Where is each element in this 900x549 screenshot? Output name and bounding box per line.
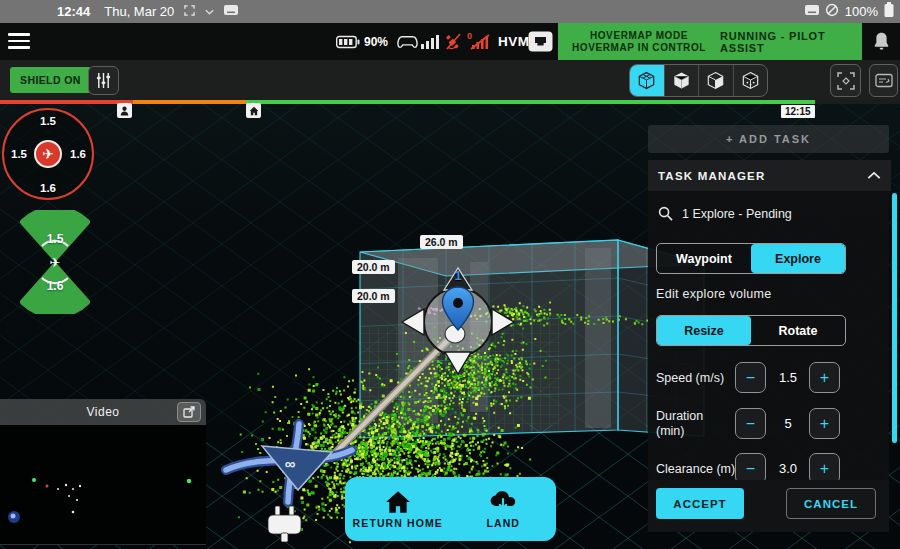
svg-text:∞: ∞ (285, 455, 296, 472)
speed-stepper: Speed (m/s) − 1.5 + (648, 361, 889, 395)
task-confirm-row: ACCEPT CANCEL (648, 480, 889, 532)
notifications-button[interactable] (862, 23, 900, 60)
vertical-clearance-indicator: ✈ (5, 210, 105, 314)
app-screen: 12:44 Thu, Mar 20 100% 90% (0, 0, 900, 549)
hovermap-mode-banner: HOVERMAP MODE HOVERMAP IN CONTROL RUNNIN… (558, 23, 862, 60)
duration-increment-button[interactable]: + (809, 408, 840, 439)
edit-volume-label: Edit explore volume (656, 287, 771, 301)
volume-height-label: 20.0 m (352, 260, 395, 274)
hvm-label: HVM (498, 34, 530, 49)
volume-edit-mode-tabs: Resize Rotate (656, 315, 846, 346)
proximity-back: 1.6 (40, 182, 56, 194)
tablet-battery-status: 90% (336, 23, 388, 60)
home-point-marker (268, 506, 301, 542)
android-status-icons: 100% (805, 0, 894, 23)
accept-button[interactable]: ACCEPT (656, 488, 744, 519)
do-not-disturb-icon (825, 3, 839, 20)
bell-icon (872, 31, 891, 52)
task-type-tabs: Waypoint Explore (656, 243, 846, 274)
video-panel: Video (0, 399, 206, 545)
keyboard-icon (224, 4, 238, 19)
shield-toggle-button[interactable]: SHIELD ON (10, 67, 91, 93)
gps-unavailable-icon: 0 (445, 23, 472, 60)
tablet-battery-percent: 90% (364, 35, 388, 49)
battery-percent: 100% (845, 4, 878, 19)
drone-vehicle-marker: ∞ (262, 446, 332, 490)
proximity-right: 1.6 (70, 148, 86, 160)
task-summary-row[interactable]: 1 Explore - Pending (658, 206, 792, 221)
run-state-text: RUNNING - PILOT ASSIST (720, 23, 862, 60)
view-mode-wireframe-button[interactable] (630, 65, 665, 96)
clock: 12:44 (57, 4, 90, 19)
battery-icon (884, 2, 894, 21)
video-feed[interactable] (0, 425, 206, 545)
timeline-segment-remaining (815, 100, 900, 104)
sliders-icon (95, 72, 112, 89)
view-mode-points-button[interactable] (734, 65, 768, 96)
status-console-button[interactable] (869, 64, 898, 97)
home-icon (249, 106, 259, 116)
land-button[interactable]: LAND (451, 477, 557, 541)
duration-decrement-button[interactable]: − (735, 408, 766, 439)
timeline-segment-autonomous (246, 100, 815, 104)
view-mode-solid-button[interactable] (665, 65, 700, 96)
battery-horizontal-icon (336, 35, 360, 49)
task-manager-panel: 1 Explore - Pending Waypoint Explore Edi… (648, 191, 889, 532)
speed-increment-button[interactable]: + (809, 362, 840, 393)
task-manager-header[interactable]: TASK MANAGER (648, 160, 891, 191)
view-mode-shaded-button[interactable] (699, 65, 734, 96)
keyboard-icon (805, 4, 819, 19)
app-top-bar: 90% 0 HVM HOVERMAP MODE HOVERMAP IN CONT (0, 23, 900, 60)
task-manager-title: TASK MANAGER (658, 170, 765, 182)
cube-points-icon (741, 71, 760, 90)
proximity-left: 1.5 (11, 148, 27, 160)
video-panel-header[interactable]: Video (0, 399, 206, 425)
cube-solid-icon (672, 71, 691, 90)
view-mode-group (629, 64, 768, 97)
tab-explore[interactable]: Explore (751, 244, 845, 273)
cancel-button[interactable]: CANCEL (786, 488, 876, 519)
home-icon (385, 490, 411, 514)
expand-icon (183, 406, 195, 418)
task-panel-scrollbar[interactable] (892, 193, 897, 443)
focus-target-icon (837, 72, 855, 90)
tab-waypoint[interactable]: Waypoint (657, 244, 751, 273)
add-task-button[interactable]: + ADD TASK (648, 125, 889, 153)
mission-toolbar: SHIELD ON (0, 60, 900, 100)
cube-wireframe-icon (637, 71, 656, 90)
clearance-above-value: 1.5 (38, 232, 72, 246)
android-status-bar: 12:44 Thu, Mar 20 100% (0, 0, 900, 23)
display-settings-button[interactable] (88, 66, 119, 95)
tab-rotate[interactable]: Rotate (751, 316, 845, 345)
task-summary-text: 1 Explore - Pending (682, 207, 792, 221)
proximity-front: 1.5 (40, 115, 56, 127)
radio-signal-lost-icon (470, 23, 490, 60)
duration-value: 5 (768, 407, 808, 440)
volume-width-label: 26.0 m (420, 235, 463, 249)
signal-bars-icon (421, 23, 439, 60)
drone-heading-icon: ✈ (34, 140, 62, 168)
timeline-segment-manual (0, 100, 133, 104)
mode-text: HOVERMAP MODE HOVERMAP IN CONTROL (558, 23, 720, 60)
chevron-up-icon[interactable] (867, 170, 881, 182)
ethernet-connection-icon (528, 23, 553, 60)
timeline-pilot-event-marker[interactable] (117, 103, 132, 118)
waypoint-number: 1 (449, 268, 467, 283)
pilot-icon (120, 106, 129, 116)
mission-timeline[interactable] (0, 100, 900, 104)
menu-button[interactable] (8, 31, 30, 51)
video-title: Video (87, 405, 120, 419)
video-expand-button[interactable] (177, 402, 201, 422)
screen-capture-icon (184, 4, 195, 19)
cloud-land-icon (488, 490, 518, 514)
speed-value: 1.5 (768, 361, 808, 394)
return-home-button[interactable]: RETURN HOME (345, 477, 451, 541)
timeline-home-event-marker[interactable] (246, 103, 261, 118)
tab-resize[interactable]: Resize (657, 316, 751, 345)
speed-decrement-button[interactable]: − (735, 362, 766, 393)
plane-side-icon: ✈ (50, 255, 61, 270)
pin-base (445, 325, 465, 343)
cube-shaded-icon (706, 71, 725, 90)
recenter-view-button[interactable] (830, 64, 861, 97)
flight-actions-panel: RETURN HOME LAND (345, 477, 556, 541)
